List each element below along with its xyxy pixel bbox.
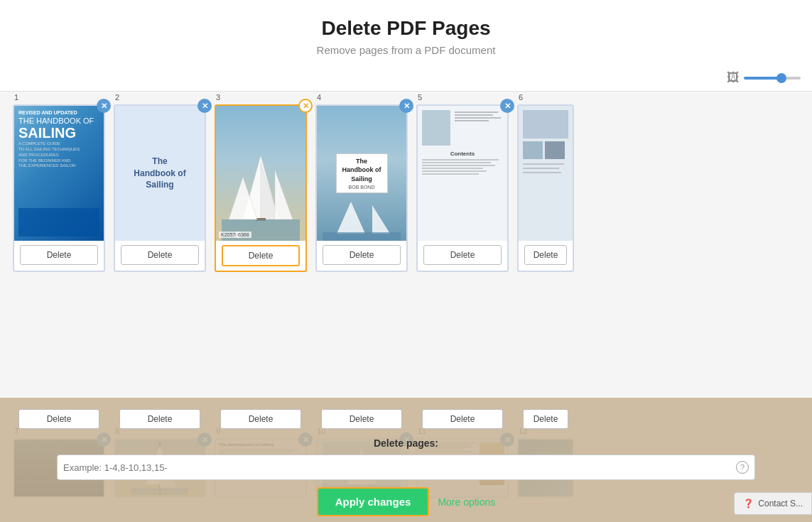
delete-page-2[interactable]: Delete <box>121 245 199 265</box>
page-thumb-2: TheHandbook ofSailing <box>115 106 205 241</box>
header: Delete PDF Pages Remove pages from a PDF… <box>0 0 812 65</box>
close-page-4[interactable]: ✕ <box>399 99 413 113</box>
footer-overlay: Delete Delete Delete Delete Delete Delet… <box>0 398 812 522</box>
page-number-6: 6 <box>519 93 523 102</box>
svg-marker-7 <box>372 205 390 234</box>
page-thumb-6 <box>519 106 573 241</box>
contact-support-button[interactable]: ❓ Contact S... <box>734 492 812 515</box>
svg-marker-4 <box>275 170 293 219</box>
toolbar: 🖼 <box>0 65 812 92</box>
pages-input[interactable] <box>63 462 736 473</box>
delete-page-7-btn[interactable]: Delete <box>18 409 99 429</box>
page-card-4: 4 ✕ TheHandbook ofSailing BOB BOND Delet… <box>315 104 408 272</box>
page-card-3: 3 ✕ K20570 6368 Delete <box>215 104 307 272</box>
svg-rect-8 <box>323 232 401 241</box>
svg-marker-6 <box>337 202 365 234</box>
delete-page-4[interactable]: Delete <box>323 245 401 265</box>
page-card-1: 1 ✕ REVISED AND UPDATED THE HANDBOOK OF … <box>13 104 105 272</box>
delete-page-3[interactable]: Delete <box>222 245 300 266</box>
close-page-2[interactable]: ✕ <box>197 99 212 113</box>
page-thumb-5: Contents <box>418 106 507 241</box>
action-row: Apply changes More options <box>0 480 812 522</box>
page-number-2: 2 <box>115 93 119 102</box>
page-number-3: 3 <box>216 93 220 102</box>
pages-grid: 1 ✕ REVISED AND UPDATED THE HANDBOOK OF … <box>0 92 812 433</box>
delete-page-9-btn[interactable]: Delete <box>220 409 301 429</box>
help-icon[interactable]: ? <box>736 461 749 474</box>
delete-page-10-btn[interactable]: Delete <box>321 409 402 429</box>
delete-page-8-btn[interactable]: Delete <box>119 409 200 429</box>
page-number-4: 4 <box>317 93 321 102</box>
delete-page-6[interactable]: Delete <box>524 245 567 265</box>
zoom-slider[interactable] <box>744 77 801 80</box>
apply-changes-button[interactable]: Apply changes <box>317 487 430 516</box>
more-options-button[interactable]: More options <box>438 496 495 508</box>
page-number-5: 5 <box>418 93 422 102</box>
delete-page-12-btn[interactable]: Delete <box>523 409 568 429</box>
page-number-1: 1 <box>14 93 18 102</box>
delete-pages-label: Delete pages: <box>0 437 812 449</box>
page-thumb-1: REVISED AND UPDATED THE HANDBOOK OF SAIL… <box>14 106 104 241</box>
close-page-5[interactable]: ✕ <box>500 99 514 113</box>
delete-page-11-btn[interactable]: Delete <box>422 409 503 429</box>
pages-input-row: ? <box>57 455 755 480</box>
page-thumb-3: K20570 6368 <box>216 106 305 241</box>
question-circle-icon: ❓ <box>743 499 754 509</box>
page-thumb-4: TheHandbook ofSailing BOB BOND <box>317 106 406 241</box>
close-page-3[interactable]: ✕ <box>298 99 313 113</box>
row2-delete-buttons: Delete Delete Delete Delete Delete Delet… <box>0 405 812 437</box>
delete-page-5[interactable]: Delete <box>423 245 502 265</box>
page-card-5: 5 ✕ Contents <box>416 104 509 272</box>
page-title: Delete PDF Pages <box>0 17 812 40</box>
page-subtitle: Remove pages from a PDF document <box>0 44 812 56</box>
close-page-1[interactable]: ✕ <box>97 99 111 113</box>
image-size-icon: 🖼 <box>727 70 740 85</box>
page-card-6: 6 Delete <box>517 104 574 272</box>
delete-page-1[interactable]: Delete <box>20 245 98 265</box>
page-card-2: 2 ✕ TheHandbook ofSailing Delete <box>114 104 206 272</box>
